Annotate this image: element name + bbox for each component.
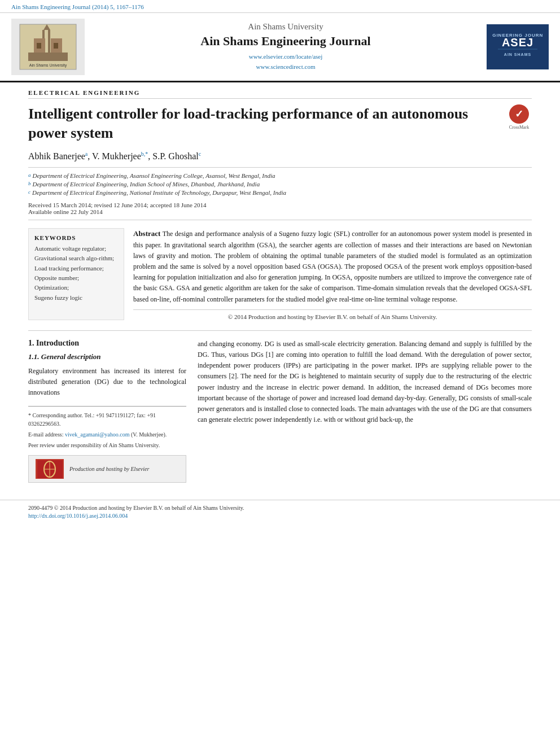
category-label: ELECTRICAL ENGINEERING bbox=[28, 89, 532, 99]
elsevier-bar: Production and hosting by Elsevier bbox=[28, 455, 186, 483]
author2-sup: b,* bbox=[141, 151, 148, 157]
journal-link1[interactable]: www.elsevier.com/locate/asej bbox=[96, 52, 475, 62]
author3-name: , S.P. Ghoshal bbox=[148, 151, 198, 161]
affil-text-a: Department of Electrical Engineering, As… bbox=[33, 172, 275, 179]
svg-rect-8 bbox=[28, 53, 68, 61]
abstract-paragraph: Abstract The design and performance anal… bbox=[133, 228, 532, 305]
title-section: Intelligent controller for load-tracking… bbox=[28, 104, 532, 143]
svg-text:ASEJ: ASEJ bbox=[502, 36, 533, 49]
introduction-section: 1. Introduction 1.1. General description… bbox=[28, 339, 532, 483]
affil-text-b: Department of Electrical Engineering, In… bbox=[33, 181, 260, 187]
keyword-6: Sugeno fuzzy logic bbox=[34, 294, 118, 302]
journal-bar: Ain Shams Engineering Journal (2014) 5, … bbox=[0, 0, 560, 12]
footer-doi[interactable]: http://dx.doi.org/10.1016/j.asej.2014.06… bbox=[28, 513, 128, 519]
abstract-section: KEYWORDS Automatic voltage regulator; Gr… bbox=[28, 228, 532, 320]
email-address[interactable]: vivek_agamani@yahoo.com bbox=[65, 431, 129, 438]
intro-right-text: and changing economy. DG is used as smal… bbox=[198, 339, 532, 426]
header-center: Ain Shams University Ain Shams Engineeri… bbox=[85, 22, 487, 72]
page-header: Ain Shams University Ain Shams Universit… bbox=[0, 12, 560, 82]
keyword-1: Automatic voltage regulator; bbox=[34, 244, 118, 253]
keywords-title: KEYWORDS bbox=[34, 234, 118, 241]
email-name: (V. Mukherjee). bbox=[131, 431, 167, 438]
dates-section: Received 15 March 2014; revised 12 June … bbox=[28, 202, 532, 220]
affil-sup-b: b bbox=[28, 181, 31, 187]
abstract-copyright: © 2014 Production and hosting by Elsevie… bbox=[133, 309, 532, 320]
elsevier-logo bbox=[36, 459, 64, 479]
footer-issn: 2090-4479 © 2014 Production and hosting … bbox=[28, 505, 532, 511]
journal-link2[interactable]: www.sciencedirect.com bbox=[96, 62, 475, 72]
svg-rect-2 bbox=[48, 30, 50, 53]
page-footer: 2090-4479 © 2014 Production and hosting … bbox=[0, 500, 560, 525]
author2-name: , V. Mukherjee bbox=[88, 151, 141, 161]
svg-text:AIN SHAMS: AIN SHAMS bbox=[504, 53, 531, 56]
asej-logo: ENGINEERING JOURNAL ASEJ AIN SHAMS bbox=[492, 27, 543, 68]
university-logo-svg: Ain Shams University bbox=[17, 21, 79, 72]
university-logo-container: Ain Shams University bbox=[11, 19, 85, 75]
authors-line: Abhik Banerjeea, V. Mukherjeeb,*, S.P. G… bbox=[28, 151, 532, 161]
footnote-peer-review: Peer review under responsibility of Ain … bbox=[28, 441, 186, 449]
crossmark-label: CrossMark bbox=[509, 125, 530, 130]
intro-right-column: and changing economy. DG is used as smal… bbox=[198, 339, 532, 483]
keyword-4: Opposite number; bbox=[34, 274, 118, 282]
affiliations-section: a Department of Electrical Engineering, … bbox=[28, 167, 532, 196]
email-label: E-mail address: bbox=[28, 431, 63, 438]
section-divider bbox=[28, 330, 532, 331]
keyword-2: Gravitational search algo-rithm; bbox=[34, 254, 118, 263]
intro-left-column: 1. Introduction 1.1. General description… bbox=[28, 339, 186, 483]
main-content: ELECTRICAL ENGINEERING Intelligent contr… bbox=[0, 82, 560, 494]
asej-logo-container: ENGINEERING JOURNAL ASEJ AIN SHAMS bbox=[487, 24, 549, 69]
author3-sup: c bbox=[199, 151, 201, 157]
intro-left-text: Regulatory environment has increased its… bbox=[28, 366, 186, 399]
dates-line1: Received 15 March 2014; revised 12 June … bbox=[28, 202, 532, 208]
elsevier-text: Production and hosting by Elsevier bbox=[69, 466, 149, 472]
journal-citation: Ain Shams Engineering Journal (2014) 5, … bbox=[11, 3, 144, 10]
intro-subheading: 1.1. General description bbox=[28, 352, 186, 361]
affiliation-a: a Department of Electrical Engineering, … bbox=[28, 172, 532, 179]
intro-heading: 1. Introduction bbox=[28, 339, 186, 348]
affiliation-b: b Department of Electrical Engineering, … bbox=[28, 181, 532, 187]
abstract-label: Abstract bbox=[133, 229, 160, 238]
svg-rect-7 bbox=[54, 43, 58, 49]
affiliation-c: c Department of Electrical Engineering, … bbox=[28, 189, 532, 196]
footnote-area: * Corresponding author. Tel.: +91 947119… bbox=[28, 406, 186, 449]
svg-rect-6 bbox=[37, 43, 41, 49]
svg-text:Ain Shams University: Ain Shams University bbox=[29, 63, 67, 68]
author1-name: Abhik Banerjee bbox=[28, 151, 85, 161]
affil-sup-c: c bbox=[28, 189, 30, 196]
crossmark-container[interactable]: ✓ CrossMark bbox=[506, 104, 532, 130]
keyword-3: Load tracking performance; bbox=[34, 264, 118, 273]
keyword-5: Optimization; bbox=[34, 283, 118, 292]
keywords-box: KEYWORDS Automatic voltage regulator; Gr… bbox=[28, 228, 124, 320]
journal-name-header: Ain Shams Engineering Journal bbox=[96, 34, 475, 49]
footnote-email: E-mail address: vivek_agamani@yahoo.com … bbox=[28, 430, 186, 439]
university-name: Ain Shams University bbox=[96, 22, 475, 32]
affil-text-c: Department of Electrical Engineering, Na… bbox=[32, 189, 286, 196]
crossmark-icon: ✓ bbox=[509, 104, 529, 124]
journal-links: www.elsevier.com/locate/asej www.science… bbox=[96, 52, 475, 72]
dates-line2: Available online 22 July 2014 bbox=[28, 208, 532, 215]
abstract-body: The design and performance analysis of a… bbox=[133, 230, 532, 303]
abstract-text-box: Abstract The design and performance anal… bbox=[133, 228, 532, 320]
article-title: Intelligent controller for load-tracking… bbox=[28, 104, 498, 143]
footnote-corresponding: * Corresponding author. Tel.: +91 947119… bbox=[28, 411, 186, 428]
affil-sup-a: a bbox=[28, 172, 31, 179]
